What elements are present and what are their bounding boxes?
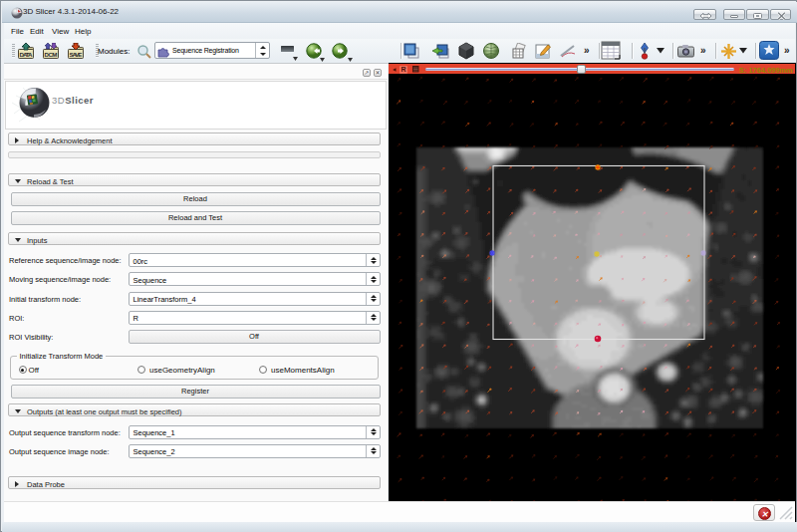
- svg-text:DATA: DATA: [20, 51, 34, 58]
- svg-text:DCM: DCM: [45, 51, 58, 58]
- svg-text:SAVE: SAVE: [70, 51, 83, 58]
